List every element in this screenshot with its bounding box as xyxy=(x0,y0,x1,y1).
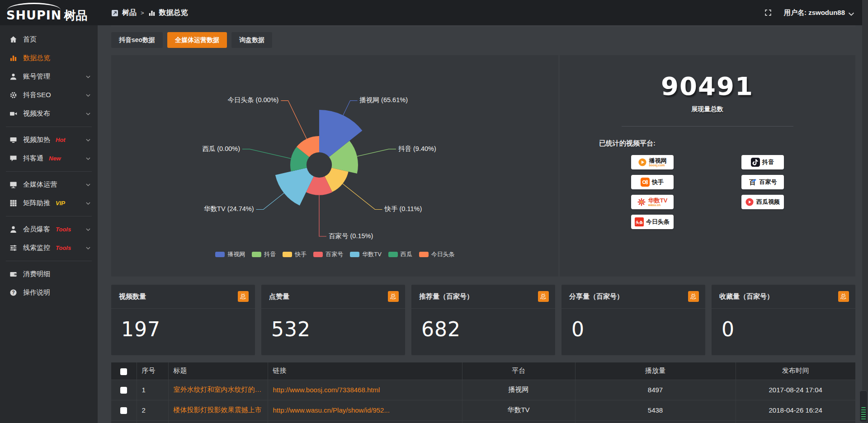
legend-swatch xyxy=(215,252,225,257)
legend-label: 今日头条 xyxy=(431,250,455,258)
svg-text:?: ? xyxy=(12,290,14,295)
sidebar-item-home[interactable]: 首页 xyxy=(0,30,98,49)
tab-inquiry-data[interactable]: 询盘数据 xyxy=(231,32,272,48)
rose-label-1: 抖音 (9.40%) xyxy=(398,145,436,152)
legend-item-1[interactable]: 抖音 xyxy=(252,250,276,258)
stat-card-like-count: 点赞量总532 xyxy=(261,285,405,355)
breadcrumb-page[interactable]: 数据总览 xyxy=(159,8,188,18)
platform-badge-baijiahao: 百百家号 xyxy=(741,175,784,189)
legend-swatch xyxy=(313,252,323,257)
row-checkbox[interactable] xyxy=(120,387,127,394)
video-table-wrap: 序号标题链接平台播放量发布时间 1室外水纹灯和室内水纹灯的区别和简介http:/… xyxy=(111,362,855,423)
cell-time: 2018-04-26 16:24 xyxy=(736,400,855,420)
douyin-icon xyxy=(751,158,760,167)
sidebar-item-tag: Hot xyxy=(56,136,66,143)
cell-title[interactable]: 室外水纹灯和室内水纹灯的区别和简介 xyxy=(168,380,268,400)
gear-icon xyxy=(9,91,17,99)
rose-slice-4[interactable] xyxy=(275,168,314,206)
legend-item-4[interactable]: 华数TV xyxy=(350,250,382,258)
sidebar-item-douyin-seo[interactable]: 抖音SEO xyxy=(0,86,98,104)
tab-omni-media-data[interactable]: 全媒体运营数据 xyxy=(167,32,227,48)
stat-card-recommend-count: 推荐量（百家号）总682 xyxy=(411,285,555,355)
tab-douyin-seo-data[interactable]: 抖音seo数据 xyxy=(111,32,163,48)
platform-badge-toutiao: 头条今日头条 xyxy=(631,215,674,229)
stat-card-favorite-count: 收藏量（百家号）总0 xyxy=(712,285,855,355)
sidebar-item-member-burst[interactable]: 会员爆客Tools xyxy=(0,220,98,239)
scrollbar-track[interactable] xyxy=(862,0,868,423)
cell-title[interactable]: 楼体投影灯投影效果震撼上市 xyxy=(168,400,268,420)
content-divider xyxy=(111,26,855,26)
sidebar-item-omni-media[interactable]: 全媒体运营 xyxy=(0,175,98,194)
legend-label: 西瓜 xyxy=(401,250,412,258)
cell-plays: 8497 xyxy=(575,380,736,400)
platform-badge-boosj: 播视网boosj.com xyxy=(631,155,674,169)
sidebar-item-label: 消费明细 xyxy=(23,270,50,278)
legend-item-5[interactable]: 西瓜 xyxy=(388,250,412,258)
sidebar-item-data-overview[interactable]: 数据总览 xyxy=(0,49,98,67)
fullscreen-icon[interactable] xyxy=(764,9,772,17)
legend-label: 华数TV xyxy=(362,250,382,258)
platforms-title: 已统计的视频平台: xyxy=(599,139,855,148)
total-impressions-label: 展现量总数 xyxy=(559,105,855,113)
legend-item-6[interactable]: 今日头条 xyxy=(419,250,455,258)
topbar-right: 用户名: zswodun88 xyxy=(764,9,853,17)
wasu-icon xyxy=(637,197,646,207)
platform-column-left: 播视网boosj.com快手华数TVwasu.cn头条今日头条 xyxy=(631,155,674,229)
toutiao-icon: 头条 xyxy=(635,217,644,226)
total-badge[interactable]: 总 xyxy=(538,291,549,302)
total-badge[interactable]: 总 xyxy=(688,291,699,302)
stat-card-title: 推荐量（百家号） xyxy=(419,292,473,301)
sidebar-item-video-publish[interactable]: 视频发布 xyxy=(0,104,98,123)
summary-divider xyxy=(622,126,793,127)
table-header-5: 发布时间 xyxy=(736,362,855,380)
sidebar-item-lead-monitor[interactable]: 线索监控Tools xyxy=(0,239,98,257)
total-badge[interactable]: 总 xyxy=(838,291,849,302)
rose-label-line-1 xyxy=(357,149,396,156)
chart-legend: 播视网抖音快手百家号华数TV西瓜今日头条 xyxy=(111,250,559,258)
cell-time: 2017-08-24 17:04 xyxy=(736,380,855,400)
legend-swatch xyxy=(252,252,261,257)
legend-item-2[interactable]: 快手 xyxy=(283,250,307,258)
main-area: 树品 > 数据总览 用户名: zswodun88 抖音seo数据全媒体运营数据询… xyxy=(98,0,868,423)
user-menu[interactable]: 用户名: zswodun88 xyxy=(784,9,853,17)
select-all-checkbox[interactable] xyxy=(120,368,127,375)
content: 抖音seo数据全媒体运营数据询盘数据 播视网 (65.61%)抖音 (9.40%… xyxy=(98,25,868,423)
sidebar-item-matrix-assist[interactable]: 矩阵助推VIP xyxy=(0,194,98,212)
sidebar-item-douketong[interactable]: 抖客通New xyxy=(0,149,98,168)
sidebar-item-label: 视频发布 xyxy=(23,109,50,118)
sidebar-item-consumption-detail[interactable]: 消费明细 xyxy=(0,265,98,283)
scrollbar-thumb[interactable] xyxy=(861,407,866,420)
home-icon xyxy=(9,36,17,43)
chevron-down-icon xyxy=(85,227,91,232)
user-icon xyxy=(9,73,17,80)
legend-label: 抖音 xyxy=(264,250,276,258)
sidebar-item-operation-guide[interactable]: ?操作说明 xyxy=(0,283,98,302)
platform-badges: 播视网boosj.com快手华数TVwasu.cn头条今日头条 抖音百百家号西瓜… xyxy=(559,155,855,229)
sidebar-item-video-boost[interactable]: 视频加热Hot xyxy=(0,131,98,149)
sidebar-item-account-management[interactable]: 账号管理 xyxy=(0,67,98,86)
boosj-icon xyxy=(638,158,647,167)
row-checkbox[interactable] xyxy=(120,407,127,414)
legend-swatch xyxy=(350,252,359,257)
breadcrumb: 树品 > 数据总览 xyxy=(111,8,188,18)
sliders-icon xyxy=(9,244,17,252)
table-header-4: 播放量 xyxy=(575,362,736,380)
total-badge[interactable]: 总 xyxy=(388,291,399,302)
scrollbar-widget[interactable] xyxy=(859,390,868,422)
stat-card-title: 点赞量 xyxy=(269,292,289,301)
legend-item-0[interactable]: 播视网 xyxy=(215,250,245,258)
sidebar-item-label: 操作说明 xyxy=(23,288,50,297)
total-badge[interactable]: 总 xyxy=(238,291,249,302)
sidebar-item-label: 账号管理 xyxy=(23,72,50,81)
chevron-down-icon xyxy=(85,156,91,161)
stat-card-value: 197 xyxy=(111,309,255,341)
cell-platform: 播视网 xyxy=(462,380,575,400)
comment-icon xyxy=(9,155,17,162)
cell-link[interactable]: http://www.wasu.cn/Play/show/id/952... xyxy=(268,400,462,420)
stat-card-value: 532 xyxy=(261,309,405,341)
cell-link[interactable]: http://www.boosj.com/7338468.html xyxy=(268,380,462,400)
legend-item-3[interactable]: 百家号 xyxy=(313,250,343,258)
sidebar-nav: 首页数据总览账号管理抖音SEO视频发布视频加热Hot抖客通New全媒体运营矩阵助… xyxy=(0,25,98,302)
breadcrumb-app[interactable]: 树品 xyxy=(122,8,137,18)
tv-icon xyxy=(9,136,17,144)
